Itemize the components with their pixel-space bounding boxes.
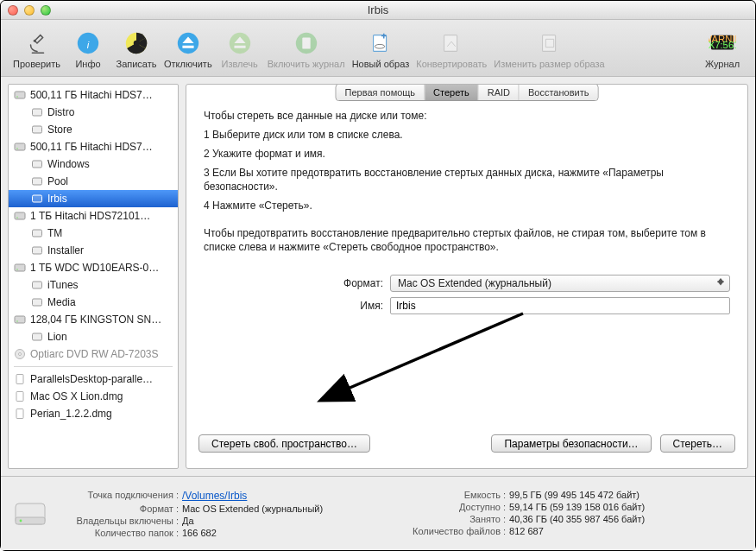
unmount-button[interactable]: Отключить xyxy=(161,26,216,71)
sidebar-item-vol[interactable]: Windows xyxy=(9,155,178,173)
sidebar-item-vol[interactable]: TM xyxy=(9,225,178,242)
radiation-icon xyxy=(123,29,150,57)
footer-row: Занято :40,36 ГБ (40 355 987 456 байт) xyxy=(385,514,645,524)
eject-icon xyxy=(174,29,202,57)
security-options-button[interactable]: Параметры безопасности… xyxy=(491,434,651,453)
svg-point-37 xyxy=(19,353,22,356)
erase-panel: Первая помощьСтеретьRAIDВосстановить Что… xyxy=(186,84,748,469)
window-title: Irbis xyxy=(1,3,755,16)
svg-rect-8 xyxy=(302,37,310,48)
footer-value: 59,14 ГБ (59 139 158 016 байт) xyxy=(509,502,645,512)
erase-free-space-button[interactable]: Стереть своб. пространство… xyxy=(198,434,370,453)
burn-button[interactable]: Записать xyxy=(112,26,161,71)
svg-rect-27 xyxy=(33,230,42,237)
svg-rect-16 xyxy=(15,92,25,98)
svg-rect-28 xyxy=(33,247,42,254)
toolbar-label: Включить журнал xyxy=(268,59,345,69)
svg-point-17 xyxy=(16,96,18,98)
sidebar-item-disk[interactable]: 500,11 ГБ Hitachi HDS7… xyxy=(9,138,178,155)
footer-value[interactable]: /Volumes/Irbis xyxy=(182,490,247,502)
footer-key: Доступно : xyxy=(385,502,506,512)
footer-right-col: Емкость :99,5 ГБ (99 495 145 472 байт)До… xyxy=(385,490,645,538)
tab-Первая помощь[interactable]: Первая помощь xyxy=(337,85,425,100)
svg-rect-22 xyxy=(33,161,42,168)
sidebar-item-vol[interactable]: Irbis xyxy=(9,190,178,207)
verify-button[interactable]: Проверить xyxy=(9,26,64,71)
instruction-line: 3 Если Вы хотите предотвратить восстанов… xyxy=(204,166,730,193)
sidebar-item-disk[interactable]: 1 ТБ Hitachi HDS72101… xyxy=(9,207,178,225)
disk-sidebar[interactable]: 500,11 ГБ Hitachi HDS7…DistroStore500,11… xyxy=(8,84,179,469)
sidebar-separator xyxy=(14,366,173,367)
format-row: Формат: Mac OS Extended (журнальный) xyxy=(204,275,730,292)
svg-rect-35 xyxy=(33,333,42,340)
zoom-button[interactable] xyxy=(41,5,51,16)
sidebar-item-label: 1 ТБ WDC WD10EARS-0… xyxy=(30,262,159,274)
window: Irbis Проверить i Инфо Записать xyxy=(0,0,756,551)
panel-body: Чтобы стереть все данные на диске или то… xyxy=(186,85,747,426)
convert-icon xyxy=(438,29,465,57)
sidebar-item-label: 128,04 ГБ KINGSTON SN… xyxy=(30,314,161,326)
tab-Стереть[interactable]: Стереть xyxy=(425,85,479,100)
format-select[interactable]: Mac OS Extended (журнальный) xyxy=(390,275,730,292)
minimize-button[interactable] xyxy=(24,5,35,16)
sidebar-item-label: Pool xyxy=(47,175,68,187)
close-button[interactable] xyxy=(8,5,18,16)
instruction-line: 2 Укажите формат и имя. xyxy=(204,147,730,161)
tab-RAID[interactable]: RAID xyxy=(479,85,520,100)
sidebar-item-label: Mac OS X Lion.dmg xyxy=(30,390,123,402)
resize-icon xyxy=(536,29,564,57)
format-label: Формат: xyxy=(204,276,383,290)
sidebar-item-label: Installer xyxy=(47,244,84,256)
sidebar-item-label: Distro xyxy=(47,106,74,118)
toolbar-label: Записать xyxy=(117,59,157,69)
titlebar: Irbis xyxy=(1,1,755,20)
sidebar-file-item[interactable]: Mac OS X Lion.dmg xyxy=(9,388,178,405)
toolbar: Проверить i Инфо Записать Отключить xyxy=(1,20,755,77)
svg-point-4 xyxy=(134,40,140,46)
footer: Точка подключения :/Volumes/IrbisФормат … xyxy=(1,476,755,550)
info-button[interactable]: i Инфо xyxy=(64,26,112,71)
convert-button: Конвертировать xyxy=(413,26,490,71)
sidebar-item-disk[interactable]: 500,11 ГБ Hitachi HDS7… xyxy=(9,86,178,104)
sidebar-file-item[interactable]: ParallelsDesktop-paralle… xyxy=(9,370,178,388)
name-input[interactable] xyxy=(390,297,730,314)
sidebar-item-vol[interactable]: Installer xyxy=(9,242,178,259)
svg-rect-33 xyxy=(15,316,25,323)
sidebar-item-vol[interactable]: iTunes xyxy=(9,276,178,294)
sidebar-item-disk[interactable]: 1 ТБ WDC WD10EARS-0… xyxy=(9,259,178,276)
sidebar-item-disk[interactable]: 128,04 ГБ KINGSTON SN… xyxy=(9,311,178,328)
svg-rect-29 xyxy=(15,264,25,271)
footer-key: Точка подключения : xyxy=(58,490,179,502)
sidebar-item-label: 500,11 ГБ Hitachi HDS7… xyxy=(30,141,153,153)
sidebar-item-label: 500,11 ГБ Hitachi HDS7… xyxy=(30,89,153,101)
toolbar-label: Новый образ xyxy=(352,59,410,69)
sidebar-item-label: iTunes xyxy=(47,279,79,291)
svg-rect-19 xyxy=(33,126,42,133)
sidebar-item-vol[interactable]: Pool xyxy=(9,173,178,190)
instruction-line: Чтобы стереть все данные на диске или то… xyxy=(204,109,730,123)
log-button[interactable]: WARNINIX7:561 Журнал xyxy=(698,26,747,71)
footer-value: 40,36 ГБ (40 355 987 456 байт) xyxy=(509,514,645,524)
sidebar-item-cd[interactable]: Optiarc DVD RW AD-7203S xyxy=(9,345,178,363)
footer-value: 812 687 xyxy=(509,526,544,536)
tab-Восстановить[interactable]: Восстановить xyxy=(520,85,597,100)
sidebar-item-vol[interactable]: Media xyxy=(9,294,178,311)
instruction-line: 1 Выберите диск или том в списке слева. xyxy=(204,128,730,142)
sidebar-item-vol[interactable]: Distro xyxy=(9,104,178,121)
svg-rect-18 xyxy=(33,109,42,116)
sidebar-item-label: Store xyxy=(47,124,72,136)
sidebar-item-label: Optiarc DVD RW AD-7203S xyxy=(30,348,159,360)
sidebar-item-vol[interactable]: Lion xyxy=(9,328,178,345)
footer-key: Количество папок : xyxy=(58,528,179,538)
svg-point-34 xyxy=(16,320,18,322)
erase-button[interactable]: Стереть… xyxy=(660,434,735,453)
sidebar-file-item[interactable]: Perian_1.2.2.dmg xyxy=(9,405,178,422)
footer-value: 99,5 ГБ (99 495 145 472 байт) xyxy=(509,490,639,500)
toolbar-label: Инфо xyxy=(75,59,100,69)
eject-button: Извлечь xyxy=(216,26,264,71)
sidebar-item-vol[interactable]: Store xyxy=(9,121,178,138)
new-image-button[interactable]: Новый образ xyxy=(349,26,413,71)
toolbar-label: Изменить размер образа xyxy=(494,59,604,69)
microscope-icon xyxy=(23,29,51,57)
instruction-line: 4 Нажмите «Стереть». xyxy=(204,199,730,212)
